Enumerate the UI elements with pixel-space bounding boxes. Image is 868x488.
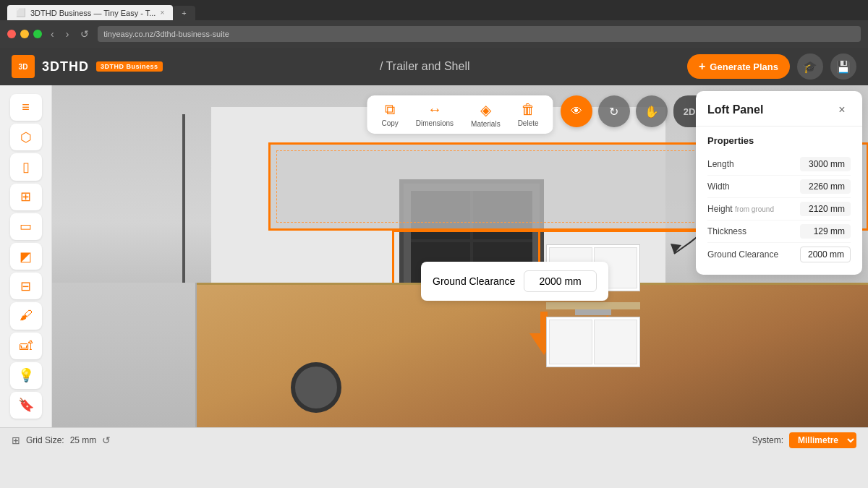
system-label: System: bbox=[752, 435, 783, 445]
delete-tool[interactable]: 🗑 Delete bbox=[518, 101, 539, 128]
brand-name: 3DTHD bbox=[42, 59, 89, 74]
generate-plans-button[interactable]: Generate Plans bbox=[687, 54, 790, 79]
back-btn[interactable]: ‹ bbox=[48, 27, 57, 41]
lower-cabinet-door-2 bbox=[594, 320, 637, 364]
url-text: tinyeasy.co.nz/3dthd-business-suite bbox=[103, 30, 229, 38]
active-tab[interactable]: ⬜ 3DTHD Business — Tiny Easy - T... × bbox=[7, 5, 173, 20]
status-bar: ⊞ Grid Size: 25 mm ↺ System: Millimetre … bbox=[0, 427, 868, 452]
tutorial-button[interactable]: 🎓 bbox=[797, 53, 823, 80]
loft-panel-body: Properties Length 3000 mm Width 2260 mm … bbox=[696, 127, 862, 275]
properties-heading: Properties bbox=[707, 135, 851, 146]
sidebar-bookmark-btn[interactable]: 🔖 bbox=[10, 392, 42, 419]
box-icon: ⬡ bbox=[20, 129, 32, 145]
prop-row-length: Length 3000 mm bbox=[707, 153, 851, 176]
tab-close-btn[interactable]: × bbox=[160, 9, 164, 17]
header-actions: Generate Plans 🎓 💾 bbox=[687, 53, 856, 80]
app-container: 3D 3DTHD 3DTHD Business / Trailer and Sh… bbox=[0, 48, 868, 452]
sidebar-wall-btn[interactable]: ▭ bbox=[10, 213, 42, 240]
logo-text: 3D bbox=[19, 63, 28, 71]
system-select[interactable]: Millimetre Inch bbox=[789, 432, 856, 448]
stair-icon: ◩ bbox=[20, 249, 32, 265]
save-button[interactable]: 💾 bbox=[830, 53, 856, 80]
hand-icon: ✋ bbox=[644, 105, 659, 119]
loft-panel: Loft Panel × Properties Length 3000 mm W… bbox=[696, 91, 862, 275]
floor-icon: ⊟ bbox=[20, 278, 31, 294]
business-badge: 3DTHD Business bbox=[96, 61, 163, 72]
pan-btn[interactable]: ✋ bbox=[636, 95, 668, 127]
sidebar-window-btn[interactable]: ⊞ bbox=[10, 184, 42, 210]
left-sidebar: ≡ ⬡ ▯ ⊞ ▭ ◩ ⊟ 🖌 🛋 bbox=[0, 85, 52, 427]
ground-clearance-callout: Ground Clearance 2000 mm bbox=[421, 262, 608, 301]
prop-label-width: Width bbox=[707, 181, 730, 192]
delete-icon: 🗑 bbox=[521, 101, 535, 118]
prop-row-ground-clearance: Ground Clearance 2000 mm bbox=[707, 243, 851, 266]
dimensions-tool[interactable]: ↔ Dimensions bbox=[416, 101, 454, 128]
layers-icon: ≡ bbox=[22, 100, 30, 115]
tab-icon: ⬜ bbox=[16, 8, 26, 17]
rotate-btn[interactable]: ↻ bbox=[598, 95, 630, 127]
loft-panel-header: Loft Panel × bbox=[696, 91, 862, 127]
maximize-window-btn[interactable] bbox=[33, 30, 42, 38]
gc-label: Ground Clearance bbox=[433, 275, 515, 287]
materials-label: Materials bbox=[471, 120, 501, 128]
wheel bbox=[291, 362, 341, 413]
forward-btn[interactable]: › bbox=[63, 27, 72, 41]
window-controls bbox=[7, 30, 42, 38]
address-bar[interactable]: tinyeasy.co.nz/3dthd-business-suite bbox=[98, 26, 861, 42]
sidebar-furniture-btn[interactable]: 🛋 bbox=[10, 333, 42, 359]
prop-row-height: Height from ground 2120 mm bbox=[707, 198, 851, 221]
3d-viewport[interactable]: Ground Clearance 2000 mm ⧉ Copy ↔ Dimens… bbox=[52, 85, 868, 427]
bookmark-icon: 🔖 bbox=[18, 397, 34, 413]
logo-cube: 3D bbox=[12, 55, 35, 78]
lower-cabinet-door-1 bbox=[549, 320, 592, 364]
sidebar-light-btn[interactable]: 💡 bbox=[10, 362, 42, 389]
reload-btn[interactable]: ↺ bbox=[77, 27, 92, 41]
prop-value-width: 2260 mm bbox=[800, 179, 851, 194]
prop-value-thickness: 129 mm bbox=[800, 224, 851, 239]
close-window-btn[interactable] bbox=[7, 30, 16, 38]
materials-icon: ◈ bbox=[480, 101, 491, 119]
dimensions-icon: ↔ bbox=[427, 101, 442, 118]
prop-row-thickness: Thickness 129 mm bbox=[707, 221, 851, 243]
minimize-window-btn[interactable] bbox=[20, 30, 29, 38]
door-icon: ▯ bbox=[22, 159, 30, 175]
copy-tool[interactable]: ⧉ Copy bbox=[381, 101, 398, 128]
sidebar-paint-btn[interactable]: 🖌 bbox=[10, 302, 42, 329]
prop-value-height: 2120 mm bbox=[800, 202, 851, 216]
prop-value-length: 3000 mm bbox=[800, 157, 851, 171]
countertop bbox=[546, 302, 640, 309]
loft-panel-close-btn[interactable]: × bbox=[833, 101, 851, 119]
new-tab-btn[interactable]: + bbox=[173, 6, 195, 20]
window-icon: ⊞ bbox=[20, 189, 31, 205]
sidebar-box-btn[interactable]: ⬡ bbox=[10, 124, 42, 150]
light-icon: 💡 bbox=[18, 367, 34, 383]
grid-value: 25 mm bbox=[70, 435, 97, 445]
eye-icon: 👁 bbox=[571, 105, 582, 118]
wall-icon: ▭ bbox=[20, 218, 32, 234]
sink bbox=[575, 309, 611, 315]
delete-label: Delete bbox=[518, 119, 539, 127]
tutorial-icon: 🎓 bbox=[803, 60, 817, 74]
status-right: System: Millimetre Inch bbox=[752, 432, 856, 448]
rotate-icon: ↻ bbox=[609, 105, 618, 119]
prop-row-width: Width 2260 mm bbox=[707, 176, 851, 198]
prop-value-ground-clearance: 2000 mm bbox=[800, 247, 851, 262]
prop-label-thickness: Thickness bbox=[707, 226, 746, 236]
dimensions-label: Dimensions bbox=[416, 119, 454, 127]
sidebar-layers-btn[interactable]: ≡ bbox=[10, 94, 42, 121]
look-btn[interactable]: 👁 bbox=[561, 95, 592, 127]
copy-icon: ⧉ bbox=[385, 101, 395, 118]
prop-label-ground-clearance: Ground Clearance bbox=[707, 249, 778, 260]
project-title: / Trailer and Shell bbox=[174, 60, 676, 73]
reset-grid-btn[interactable]: ↺ bbox=[102, 435, 111, 446]
loft-panel-title: Loft Panel bbox=[707, 103, 763, 116]
sidebar-door-btn[interactable]: ▯ bbox=[10, 153, 42, 180]
materials-tool[interactable]: ◈ Materials bbox=[471, 101, 501, 128]
save-icon: 💾 bbox=[836, 60, 851, 74]
grid-label: Grid Size: bbox=[26, 435, 64, 445]
grid-icon: ⊞ bbox=[12, 435, 20, 446]
sidebar-floor-btn[interactable]: ⊟ bbox=[10, 273, 42, 299]
sidebar-stair-btn[interactable]: ◩ bbox=[10, 243, 42, 270]
toolbar: ⧉ Copy ↔ Dimensions ◈ Materials 🗑 Delete bbox=[367, 95, 553, 134]
browser-chrome: ‹ › ↺ tinyeasy.co.nz/3dthd-business-suit… bbox=[0, 20, 868, 48]
